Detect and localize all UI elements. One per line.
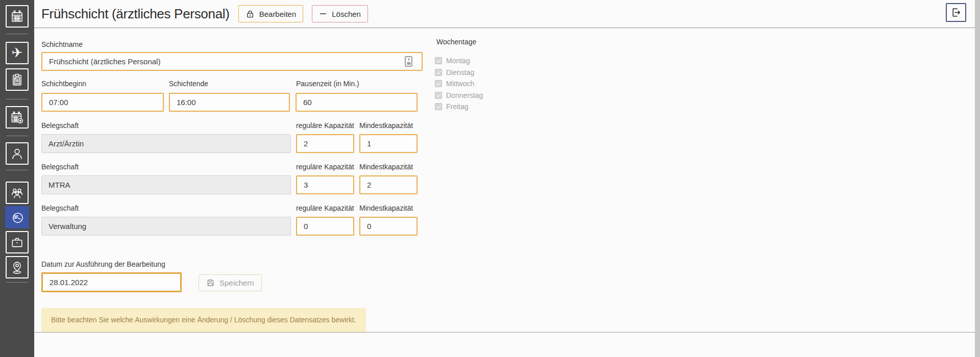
minus-icon xyxy=(319,10,327,18)
min-capacity-label: Mindestkapazität xyxy=(359,163,413,171)
weekday-row-freitag: Freitag xyxy=(435,103,469,111)
briefcase-icon xyxy=(10,236,24,249)
min-capacity-input[interactable] xyxy=(359,175,418,194)
weekdays-label: Wochentage xyxy=(436,38,476,46)
group-icon xyxy=(10,186,24,200)
app: ✈ xyxy=(0,0,980,357)
save-icon xyxy=(206,278,215,287)
regular-capacity-label: reguläre Kapazität xyxy=(296,204,354,212)
staff-label: Belegschaft xyxy=(41,204,79,212)
sidebar-item-location[interactable] xyxy=(6,256,29,278)
regular-capacity-input[interactable] xyxy=(296,175,354,194)
weekday-row-donnerstag: Donnerstag xyxy=(435,91,483,99)
check-icon xyxy=(436,104,442,110)
clock-icon xyxy=(10,211,24,224)
regular-capacity-input[interactable] xyxy=(296,217,354,236)
save-button[interactable]: Speichern xyxy=(199,274,262,291)
staff-label: Belegschaft xyxy=(41,121,79,130)
checkbox-montag[interactable] xyxy=(435,57,442,64)
sidebar-item-briefcase[interactable] xyxy=(6,231,29,253)
checkbox-mittwoch[interactable] xyxy=(435,80,442,87)
edit-button[interactable]: Bearbeiten xyxy=(238,5,304,22)
weekday-row-montag: Montag xyxy=(435,57,470,65)
shift-start-input[interactable] xyxy=(41,93,164,112)
min-capacity-label: Mindestkapazität xyxy=(359,121,413,130)
regular-capacity-input[interactable] xyxy=(296,134,354,153)
clipboard-icon xyxy=(10,73,24,87)
save-button-label: Speichern xyxy=(219,278,254,287)
regular-capacity-label: reguläre Kapazität xyxy=(296,121,354,130)
shift-name-label: Schichtname xyxy=(41,40,83,48)
execution-date-label: Datum zur Ausführung der Bearbeitung xyxy=(41,260,165,268)
shift-name-input[interactable] xyxy=(41,52,423,71)
checkbox-donnerstag[interactable] xyxy=(435,92,442,99)
regular-capacity-label: reguläre Kapazität xyxy=(296,163,354,171)
checkbox-dienstag[interactable] xyxy=(435,69,442,76)
sidebar-item-person[interactable] xyxy=(6,142,29,165)
weekday-row-dienstag: Dienstag xyxy=(435,68,474,76)
checkbox-freitag[interactable] xyxy=(435,103,442,110)
weekday-label: Dienstag xyxy=(446,68,474,76)
sidebar-divider xyxy=(6,34,28,34)
airplane-icon: ✈ xyxy=(12,46,23,59)
check-icon xyxy=(436,58,442,64)
weekday-label: Mittwoch xyxy=(446,80,474,88)
staff-input[interactable] xyxy=(41,217,291,236)
weekday-label: Donnerstag xyxy=(446,91,483,99)
sidebar-item-calendar[interactable] xyxy=(6,5,29,28)
staff-input[interactable] xyxy=(41,134,291,153)
min-capacity-input[interactable] xyxy=(359,134,418,153)
sidebar-divider xyxy=(6,99,28,99)
min-capacity-label: Mindestkapazität xyxy=(359,204,413,212)
weekday-label: Freitag xyxy=(446,103,469,111)
sidebar: ✈ xyxy=(0,0,34,357)
delete-button[interactable]: Löschen xyxy=(312,5,368,22)
header-divider xyxy=(34,28,975,28)
staff-input[interactable] xyxy=(41,175,291,194)
sidebar-item-travel[interactable]: ✈ xyxy=(6,42,29,64)
sidebar-item-shifts[interactable] xyxy=(5,206,29,228)
staff-label: Belegschaft xyxy=(41,163,79,171)
min-capacity-input[interactable] xyxy=(359,217,418,236)
break-time-label: Pausenzeit (in Min.) xyxy=(296,80,359,88)
export-button[interactable] xyxy=(946,3,966,22)
sidebar-divider xyxy=(6,170,28,170)
page-header: Frühschicht (ärztliches Personal) Bearbe… xyxy=(41,0,368,28)
check-icon xyxy=(436,93,442,98)
notice-banner: Bitte beachten Sie welche Auswirkungen e… xyxy=(41,308,366,332)
weekday-row-mittwoch: Mittwoch xyxy=(435,80,474,88)
calendar-icon xyxy=(10,10,24,23)
exit-arrow-icon xyxy=(950,7,962,18)
lock-icon xyxy=(246,9,255,19)
check-icon xyxy=(436,70,442,75)
edit-button-label: Bearbeiten xyxy=(259,10,297,18)
calendar-add-icon xyxy=(10,111,24,124)
sidebar-divider xyxy=(6,282,28,283)
autofill-badge-icon xyxy=(405,56,412,67)
execution-date-input[interactable] xyxy=(41,272,182,292)
sidebar-divider xyxy=(6,136,28,136)
shift-end-input[interactable] xyxy=(169,93,290,112)
shift-start-label: Schichtbeginn xyxy=(41,80,86,88)
location-pin-icon xyxy=(10,261,24,274)
person-icon xyxy=(10,147,24,161)
scrollbar[interactable] xyxy=(975,0,980,357)
page-title: Frühschicht (ärztliches Personal) xyxy=(41,6,230,22)
shift-end-label: Schichtende xyxy=(169,80,208,88)
sidebar-item-calendar-add[interactable] xyxy=(6,106,29,129)
sidebar-item-group[interactable] xyxy=(6,182,29,204)
check-icon xyxy=(436,81,442,87)
weekday-label: Montag xyxy=(446,57,470,65)
sidebar-item-tasks[interactable] xyxy=(6,68,29,91)
break-time-input[interactable] xyxy=(296,93,418,112)
section-divider xyxy=(34,332,975,333)
delete-button-label: Löschen xyxy=(332,10,361,18)
